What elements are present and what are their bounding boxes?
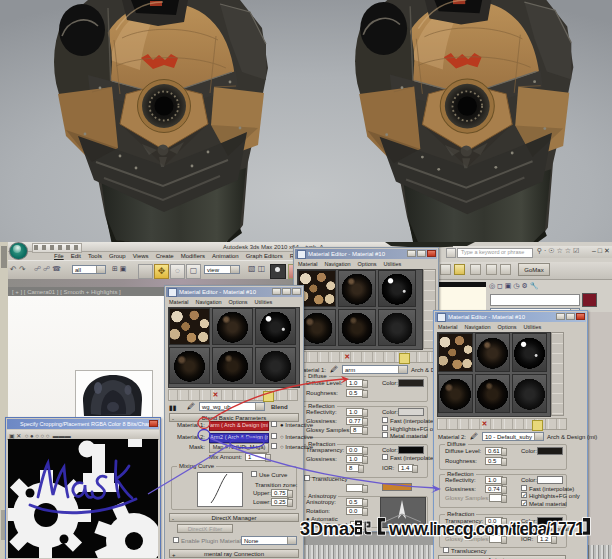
svg-text:www.linecg.com/tieba/1771: www.linecg.com/tieba/1771 [388,519,585,539]
svg-text:3Dmax: 3Dmax [300,519,359,539]
